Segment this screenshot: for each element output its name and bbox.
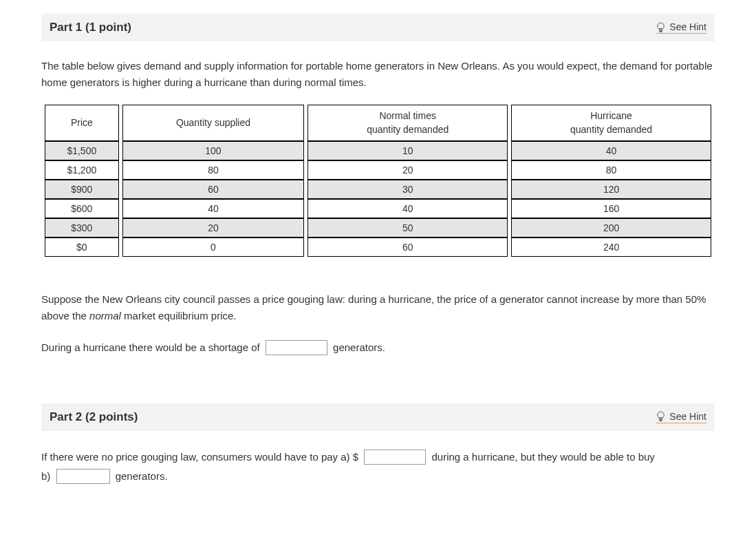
table-cell: $1,200: [45, 160, 119, 180]
table-row: $3002050200: [45, 218, 711, 238]
part1-title: Part 1 (1 point): [50, 21, 131, 34]
lightbulb-icon: [656, 411, 665, 421]
see-hint-label: See Hint: [669, 21, 706, 32]
table-cell: 0: [122, 238, 305, 257]
quantity-input-b[interactable]: [56, 469, 110, 484]
table-cell: $0: [45, 238, 119, 257]
table-cell: 100: [122, 141, 305, 160]
table-cell: 20: [307, 160, 508, 180]
table-cell: $900: [45, 180, 119, 199]
table-cell: 80: [511, 160, 711, 180]
table-cell: 40: [122, 199, 305, 218]
table-cell: 50: [307, 218, 508, 238]
table-cell: 120: [511, 180, 711, 199]
table-cell: 30: [307, 180, 508, 199]
supply-demand-table: Price Quantity supplied Normal times qua…: [41, 105, 715, 257]
part1-intro-text: The table below gives demand and supply …: [41, 58, 715, 91]
table-cell: 10: [307, 141, 508, 160]
col-header-normal: Normal times quantity demanded: [307, 105, 508, 141]
table-cell: 200: [511, 218, 711, 238]
see-hint-label: See Hint: [669, 411, 706, 422]
table-cell: 60: [122, 180, 305, 199]
lightbulb-icon: [656, 22, 665, 32]
part2-header: Part 2 (2 points) See Hint: [41, 403, 715, 431]
table-row: $6004040160: [45, 199, 711, 218]
table-row: $1,200802080: [45, 160, 711, 180]
table-body: $1,5001001040$1,200802080$9006030120$600…: [45, 141, 711, 257]
price-input-a[interactable]: [364, 450, 426, 465]
table-cell: 80: [122, 160, 305, 180]
see-hint-link-part1[interactable]: See Hint: [656, 21, 706, 34]
table-cell: 40: [511, 141, 711, 160]
col-header-hurricane: Hurricane quantity demanded: [511, 105, 711, 141]
col-header-price: Price: [45, 105, 119, 141]
table-cell: 240: [511, 238, 711, 257]
col-header-supplied: Quantity supplied: [122, 105, 305, 141]
part2-question: If there were no price gouging law, cons…: [41, 447, 715, 487]
table-cell: 40: [307, 199, 508, 218]
table-cell: 20: [122, 218, 305, 238]
see-hint-link-part2[interactable]: See Hint: [656, 411, 706, 423]
part1-header: Part 1 (1 point) See Hint: [41, 14, 715, 41]
table-cell: 60: [307, 238, 508, 257]
table-row: $0060240: [45, 238, 711, 257]
table-row: $9006030120: [45, 180, 711, 199]
shortage-question: During a hurricane there would be a shor…: [41, 338, 715, 358]
table-row: $1,5001001040: [45, 141, 711, 160]
table-cell: $300: [45, 218, 119, 238]
table-cell: 160: [511, 199, 711, 218]
part1-question-text: Suppose the New Orleans city council pas…: [41, 291, 715, 324]
part2-title: Part 2 (2 points): [50, 410, 138, 424]
table-cell: $1,500: [45, 141, 119, 160]
shortage-input[interactable]: [266, 340, 327, 355]
table-cell: $600: [45, 199, 119, 218]
